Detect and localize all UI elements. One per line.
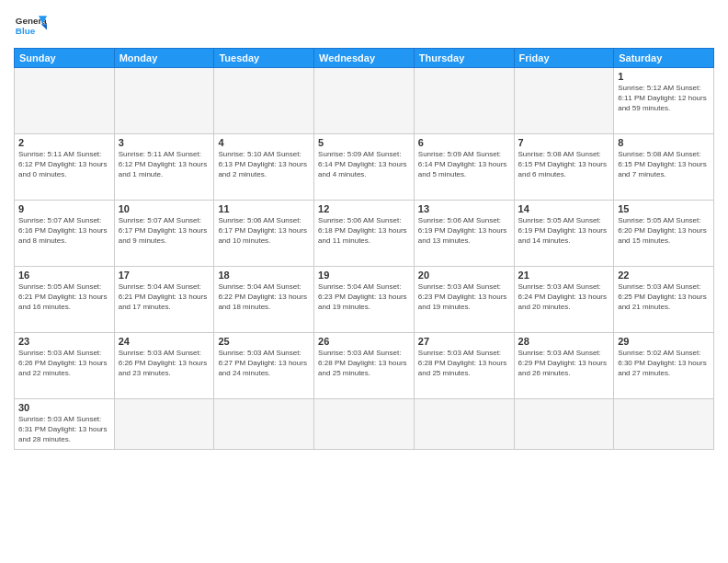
day-number: 25 <box>218 336 310 347</box>
day-info: Sunrise: 5:05 AM Sunset: 6:20 PM Dayligh… <box>618 215 710 247</box>
day-number: 1 <box>618 71 710 82</box>
calendar-cell: 16Sunrise: 5:05 AM Sunset: 6:21 PM Dayli… <box>15 267 115 333</box>
day-header-sunday: Sunday <box>15 49 115 68</box>
day-info: Sunrise: 5:04 AM Sunset: 6:21 PM Dayligh… <box>119 282 210 313</box>
calendar-cell: 5Sunrise: 5:09 AM Sunset: 6:14 PM Daylig… <box>314 134 415 201</box>
calendar-cell: 17Sunrise: 5:04 AM Sunset: 6:21 PM Dayli… <box>114 267 214 333</box>
day-info: Sunrise: 5:10 AM Sunset: 6:13 PM Dayligh… <box>218 149 310 180</box>
logo: General Blue <box>14 9 47 42</box>
day-number: 18 <box>218 270 310 281</box>
day-header-saturday: Saturday <box>614 49 714 68</box>
calendar-cell <box>614 399 714 450</box>
calendar-cell: 21Sunrise: 5:03 AM Sunset: 6:24 PM Dayli… <box>514 267 614 333</box>
day-number: 21 <box>518 270 610 281</box>
calendar-cell: 14Sunrise: 5:05 AM Sunset: 6:19 PM Dayli… <box>514 201 614 267</box>
day-info: Sunrise: 5:04 AM Sunset: 6:23 PM Dayligh… <box>318 282 410 313</box>
day-info: Sunrise: 5:05 AM Sunset: 6:21 PM Dayligh… <box>18 282 110 313</box>
day-number: 8 <box>618 137 710 148</box>
calendar-cell <box>15 68 115 134</box>
day-info: Sunrise: 5:06 AM Sunset: 6:19 PM Dayligh… <box>418 215 510 247</box>
day-info: Sunrise: 5:04 AM Sunset: 6:22 PM Dayligh… <box>218 282 310 313</box>
calendar-cell: 7Sunrise: 5:08 AM Sunset: 6:15 PM Daylig… <box>514 134 614 201</box>
calendar-cell <box>514 68 614 134</box>
day-number: 10 <box>119 203 210 214</box>
day-info: Sunrise: 5:06 AM Sunset: 6:18 PM Dayligh… <box>318 215 410 247</box>
day-number: 14 <box>518 203 610 214</box>
calendar-cell: 13Sunrise: 5:06 AM Sunset: 6:19 PM Dayli… <box>414 201 514 267</box>
calendar-cell <box>114 399 214 450</box>
day-header-friday: Friday <box>514 49 614 68</box>
calendar-cell <box>414 399 514 450</box>
day-number: 11 <box>218 203 310 214</box>
calendar-cell <box>414 68 514 134</box>
calendar-cell: 10Sunrise: 5:07 AM Sunset: 6:17 PM Dayli… <box>114 201 214 267</box>
day-number: 20 <box>418 270 510 281</box>
day-header-thursday: Thursday <box>414 49 514 68</box>
calendar-cell: 3Sunrise: 5:11 AM Sunset: 6:12 PM Daylig… <box>114 134 214 201</box>
calendar-cell: 12Sunrise: 5:06 AM Sunset: 6:18 PM Dayli… <box>314 201 415 267</box>
day-number: 13 <box>418 203 510 214</box>
calendar-cell: 23Sunrise: 5:03 AM Sunset: 6:26 PM Dayli… <box>15 333 115 399</box>
calendar-cell: 29Sunrise: 5:02 AM Sunset: 6:30 PM Dayli… <box>614 333 714 399</box>
day-number: 15 <box>618 203 710 214</box>
calendar-cell <box>114 68 214 134</box>
day-info: Sunrise: 5:03 AM Sunset: 6:29 PM Dayligh… <box>518 348 610 379</box>
day-number: 19 <box>318 270 410 281</box>
logo-icon: General Blue <box>14 9 47 42</box>
day-info: Sunrise: 5:03 AM Sunset: 6:24 PM Dayligh… <box>518 282 610 313</box>
day-number: 6 <box>418 137 510 148</box>
calendar-week-row: 30Sunrise: 5:03 AM Sunset: 6:31 PM Dayli… <box>15 399 714 450</box>
day-info: Sunrise: 5:08 AM Sunset: 6:15 PM Dayligh… <box>518 149 610 180</box>
calendar-cell <box>214 68 314 134</box>
calendar-cell: 24Sunrise: 5:03 AM Sunset: 6:26 PM Dayli… <box>114 333 214 399</box>
calendar-week-row: 9Sunrise: 5:07 AM Sunset: 6:16 PM Daylig… <box>15 201 714 267</box>
calendar-cell: 1Sunrise: 5:12 AM Sunset: 6:11 PM Daylig… <box>614 68 714 134</box>
day-info: Sunrise: 5:03 AM Sunset: 6:25 PM Dayligh… <box>618 282 710 313</box>
calendar-cell: 11Sunrise: 5:06 AM Sunset: 6:17 PM Dayli… <box>214 201 314 267</box>
day-info: Sunrise: 5:03 AM Sunset: 6:28 PM Dayligh… <box>418 348 510 379</box>
day-number: 23 <box>18 336 110 347</box>
calendar-week-row: 1Sunrise: 5:12 AM Sunset: 6:11 PM Daylig… <box>15 68 714 134</box>
day-header-monday: Monday <box>114 49 214 68</box>
day-number: 7 <box>518 137 610 148</box>
svg-text:Blue: Blue <box>16 26 36 36</box>
day-info: Sunrise: 5:03 AM Sunset: 6:26 PM Dayligh… <box>119 348 210 379</box>
day-number: 29 <box>618 336 710 347</box>
day-info: Sunrise: 5:07 AM Sunset: 6:17 PM Dayligh… <box>119 215 210 247</box>
calendar-cell <box>214 399 314 450</box>
day-info: Sunrise: 5:06 AM Sunset: 6:17 PM Dayligh… <box>218 215 310 247</box>
calendar-week-row: 16Sunrise: 5:05 AM Sunset: 6:21 PM Dayli… <box>15 267 714 333</box>
calendar-cell: 9Sunrise: 5:07 AM Sunset: 6:16 PM Daylig… <box>15 201 115 267</box>
day-number: 22 <box>618 270 710 281</box>
calendar-cell: 20Sunrise: 5:03 AM Sunset: 6:23 PM Dayli… <box>414 267 514 333</box>
calendar-cell <box>314 68 415 134</box>
day-info: Sunrise: 5:07 AM Sunset: 6:16 PM Dayligh… <box>18 215 110 247</box>
day-info: Sunrise: 5:09 AM Sunset: 6:14 PM Dayligh… <box>318 149 410 180</box>
day-info: Sunrise: 5:12 AM Sunset: 6:11 PM Dayligh… <box>618 83 710 114</box>
day-info: Sunrise: 5:11 AM Sunset: 6:12 PM Dayligh… <box>119 149 210 180</box>
calendar-cell: 19Sunrise: 5:04 AM Sunset: 6:23 PM Dayli… <box>314 267 415 333</box>
calendar-cell: 28Sunrise: 5:03 AM Sunset: 6:29 PM Dayli… <box>514 333 614 399</box>
calendar-cell: 15Sunrise: 5:05 AM Sunset: 6:20 PM Dayli… <box>614 201 714 267</box>
calendar-cell: 6Sunrise: 5:09 AM Sunset: 6:14 PM Daylig… <box>414 134 514 201</box>
day-number: 26 <box>318 336 410 347</box>
calendar-cell: 18Sunrise: 5:04 AM Sunset: 6:22 PM Dayli… <box>214 267 314 333</box>
day-number: 24 <box>119 336 210 347</box>
calendar-cell: 27Sunrise: 5:03 AM Sunset: 6:28 PM Dayli… <box>414 333 514 399</box>
day-header-wednesday: Wednesday <box>314 49 415 68</box>
calendar-cell: 8Sunrise: 5:08 AM Sunset: 6:15 PM Daylig… <box>614 134 714 201</box>
calendar-week-row: 23Sunrise: 5:03 AM Sunset: 6:26 PM Dayli… <box>15 333 714 399</box>
day-number: 30 <box>18 402 110 413</box>
day-info: Sunrise: 5:03 AM Sunset: 6:28 PM Dayligh… <box>318 348 410 379</box>
day-number: 9 <box>18 203 110 214</box>
day-header-tuesday: Tuesday <box>214 49 314 68</box>
day-number: 17 <box>119 270 210 281</box>
day-info: Sunrise: 5:02 AM Sunset: 6:30 PM Dayligh… <box>618 348 710 379</box>
day-info: Sunrise: 5:03 AM Sunset: 6:23 PM Dayligh… <box>418 282 510 313</box>
calendar-cell: 22Sunrise: 5:03 AM Sunset: 6:25 PM Dayli… <box>614 267 714 333</box>
day-info: Sunrise: 5:03 AM Sunset: 6:31 PM Dayligh… <box>18 414 110 445</box>
calendar-cell: 2Sunrise: 5:11 AM Sunset: 6:12 PM Daylig… <box>15 134 115 201</box>
day-number: 4 <box>218 137 310 148</box>
calendar-cell <box>514 399 614 450</box>
calendar-cell: 4Sunrise: 5:10 AM Sunset: 6:13 PM Daylig… <box>214 134 314 201</box>
